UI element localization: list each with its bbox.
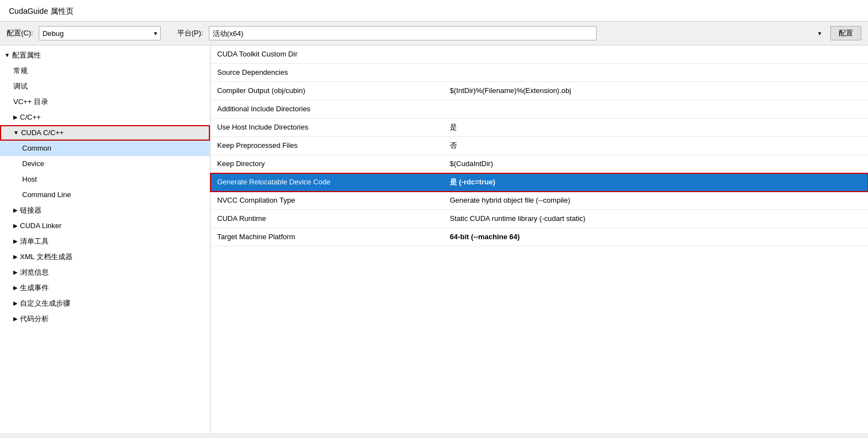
sidebar-item-pei-zhi-shu-xing[interactable]: 配置属性 <box>0 48 210 63</box>
table-row[interactable]: Keep Directory $(CudaIntDir) <box>210 155 868 173</box>
prop-value: Generate hybrid object file (--compile) <box>443 192 868 210</box>
prop-name: Source Dependencies <box>210 64 443 82</box>
sidebar-item-label: CUDA Linker <box>20 220 61 232</box>
triangle-icon <box>13 266 18 279</box>
sidebar-item-label: Common <box>22 144 52 152</box>
sidebar-item-chang-gui[interactable]: 常规 <box>0 63 210 79</box>
triangle-icon <box>13 251 18 263</box>
main-content: 配置属性 常规 调试 VC++ 目录 C/C++ CUDA C/C++ Comm… <box>0 45 868 433</box>
sidebar-item-cuda-linker[interactable]: CUDA Linker <box>0 218 210 234</box>
sidebar-item-common[interactable]: Common <box>0 141 210 156</box>
triangle-icon <box>13 313 18 325</box>
sidebar-item-zi-ding-yi[interactable]: 自定义生成步骤 <box>0 296 210 311</box>
sidebar-item-c-cpp[interactable]: C/C++ <box>0 110 210 125</box>
sidebar-item-label: CUDA C/C++ <box>21 127 64 139</box>
sidebar-item-label: C/C++ <box>20 111 41 123</box>
platform-label: 平台(P): <box>177 28 203 38</box>
triangle-icon <box>13 111 18 123</box>
sidebar-item-label: 生成事件 <box>20 282 49 294</box>
sidebar-item-label: 代码分析 <box>20 313 49 325</box>
sidebar-item-sheng-cheng-shi-jian[interactable]: 生成事件 <box>0 280 210 296</box>
sidebar-item-command-line[interactable]: Command Line <box>0 187 210 203</box>
prop-value: $(CudaIntDir) <box>443 155 868 173</box>
table-row[interactable]: CUDA Runtime Static CUDA runtime library… <box>210 210 868 228</box>
prop-value-highlighted: 是 (-rdc=true) <box>443 173 868 192</box>
prop-value <box>443 100 868 118</box>
sidebar-item-label: 清单工具 <box>20 235 49 248</box>
sidebar-item-liu-lan-xin-xi[interactable]: 浏览信息 <box>0 265 210 280</box>
sidebar-item-label: 调试 <box>13 82 28 90</box>
prop-name: CUDA Runtime <box>210 210 443 228</box>
sidebar-item-label: 链接器 <box>20 204 42 217</box>
prop-name: Compiler Output (obj/cubin) <box>210 82 443 100</box>
table-row[interactable]: NVCC Compilation Type Generate hybrid ob… <box>210 192 868 210</box>
sidebar-item-label: 常规 <box>13 66 28 75</box>
config-bar: 配置(C): Debug 平台(P): 活动(x64) 配置 <box>0 21 868 45</box>
sidebar-item-dai-ma-fen-xi[interactable]: 代码分析 <box>0 311 210 327</box>
sidebar-item-label: 浏览信息 <box>20 266 49 279</box>
table-row[interactable]: Target Machine Platform 64-bit (--machin… <box>210 228 868 246</box>
prop-value <box>443 64 868 82</box>
prop-value: $(IntDir)%(Filename)%(Extension).obj <box>443 82 868 100</box>
prop-name: Additional Include Directories <box>210 100 443 118</box>
table-row[interactable]: Keep Preprocessed Files 否 <box>210 137 868 155</box>
config-manager-button[interactable]: 配置 <box>830 26 861 40</box>
prop-name-highlighted: Generate Relocatable Device Code <box>210 173 443 192</box>
config-select[interactable]: Debug <box>39 26 161 40</box>
config-select-wrapper[interactable]: Debug <box>39 26 161 40</box>
properties-panel: CUDA Toolkit Custom Dir Source Dependenc… <box>210 45 868 433</box>
prop-value: 是 <box>443 118 868 137</box>
properties-table: CUDA Toolkit Custom Dir Source Dependenc… <box>210 45 868 246</box>
prop-name: Keep Directory <box>210 155 443 173</box>
triangle-icon <box>13 220 18 232</box>
sidebar-item-device[interactable]: Device <box>0 156 210 172</box>
table-row[interactable]: Compiler Output (obj/cubin) $(IntDir)%(F… <box>210 82 868 100</box>
sidebar-item-label: Device <box>22 159 44 168</box>
triangle-icon <box>4 49 10 61</box>
sidebar-item-label: VC++ 目录 <box>13 97 48 106</box>
prop-value: 64-bit (--machine 64) <box>443 228 868 246</box>
sidebar-item-qing-dan-gong-ju[interactable]: 清单工具 <box>0 234 210 249</box>
table-row[interactable]: Additional Include Directories <box>210 100 868 118</box>
prop-name: CUDA Toolkit Custom Dir <box>210 45 443 64</box>
table-row[interactable]: Use Host Include Directories 是 <box>210 118 868 137</box>
triangle-icon <box>13 127 19 139</box>
triangle-icon <box>13 282 18 294</box>
prop-name: Use Host Include Directories <box>210 118 443 137</box>
sidebar-item-label: 自定义生成步骤 <box>20 297 70 310</box>
prop-name: Keep Preprocessed Files <box>210 137 443 155</box>
triangle-icon <box>13 235 18 248</box>
triangle-icon <box>13 204 18 217</box>
table-row[interactable]: CUDA Toolkit Custom Dir <box>210 45 868 64</box>
prop-value <box>443 45 868 64</box>
table-row-highlighted[interactable]: Generate Relocatable Device Code 是 (-rdc… <box>210 173 868 192</box>
platform-select[interactable]: 活动(x64) <box>209 26 597 40</box>
sidebar-item-label: XML 文档生成器 <box>20 251 73 263</box>
sidebar-item-label: 配置属性 <box>12 49 41 61</box>
page-title: CudaGuide 属性页 <box>9 7 74 16</box>
platform-select-wrapper[interactable]: 活动(x64) <box>209 26 825 40</box>
prop-name: NVCC Compilation Type <box>210 192 443 210</box>
prop-value: 否 <box>443 137 868 155</box>
sidebar-item-label: Host <box>22 175 37 183</box>
triangle-icon <box>13 297 18 310</box>
sidebar-item-label: Command Line <box>22 190 71 199</box>
sidebar-item-xml-doc[interactable]: XML 文档生成器 <box>0 249 210 265</box>
table-row[interactable]: Source Dependencies <box>210 64 868 82</box>
sidebar-item-lian-jie-qi[interactable]: 链接器 <box>0 203 210 218</box>
sidebar: 配置属性 常规 调试 VC++ 目录 C/C++ CUDA C/C++ Comm… <box>0 45 210 433</box>
config-label: 配置(C): <box>7 28 33 38</box>
prop-name: Target Machine Platform <box>210 228 443 246</box>
sidebar-item-cuda-cpp[interactable]: CUDA C/C++ <box>0 125 210 141</box>
title-bar: CudaGuide 属性页 <box>0 0 868 21</box>
sidebar-item-vc-mu-lu[interactable]: VC++ 目录 <box>0 94 210 110</box>
prop-value: Static CUDA runtime library (-cudart sta… <box>443 210 868 228</box>
sidebar-item-diao-shi[interactable]: 调试 <box>0 79 210 94</box>
sidebar-item-host[interactable]: Host <box>0 172 210 187</box>
